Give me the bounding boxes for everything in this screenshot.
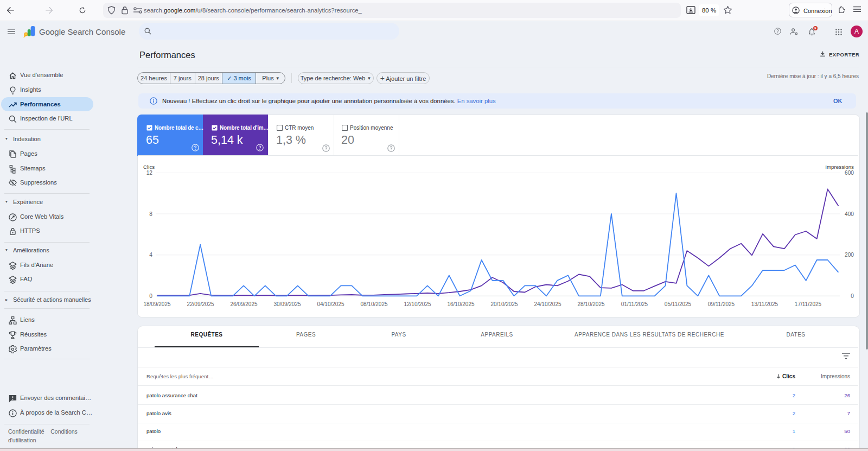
svg-text:08/10/2025: 08/10/2025 [360,301,387,307]
svg-text:30/09/2025: 30/09/2025 [273,301,301,307]
svg-text:18/09/2025: 18/09/2025 [143,301,170,307]
svg-text:Clics: Clics [143,164,155,170]
svg-text:200: 200 [845,252,854,258]
svg-text:28/10/2025: 28/10/2025 [577,301,604,307]
svg-text:13/11/2025: 13/11/2025 [751,301,778,307]
svg-text:09/11/2025: 09/11/2025 [708,301,735,307]
svg-text:4: 4 [149,252,152,258]
svg-text:16/10/2025: 16/10/2025 [447,301,474,307]
svg-text:17/11/2025: 17/11/2025 [795,301,822,307]
svg-text:Impressions: Impressions [825,164,854,170]
svg-text:400: 400 [845,211,854,217]
svg-text:8: 8 [149,211,152,217]
svg-text:26/09/2025: 26/09/2025 [230,301,257,307]
svg-text:600: 600 [845,170,854,176]
svg-text:04/10/2025: 04/10/2025 [317,301,344,307]
svg-text:01/11/2025: 01/11/2025 [621,301,648,307]
svg-text:20/10/2025: 20/10/2025 [490,301,518,307]
svg-text:22/09/2025: 22/09/2025 [187,301,214,307]
svg-text:0: 0 [851,293,854,299]
svg-text:12: 12 [146,170,153,176]
svg-text:0: 0 [149,293,152,299]
svg-text:12/10/2025: 12/10/2025 [404,301,431,307]
svg-text:24/10/2025: 24/10/2025 [534,301,561,307]
svg-text:05/11/2025: 05/11/2025 [665,301,692,307]
